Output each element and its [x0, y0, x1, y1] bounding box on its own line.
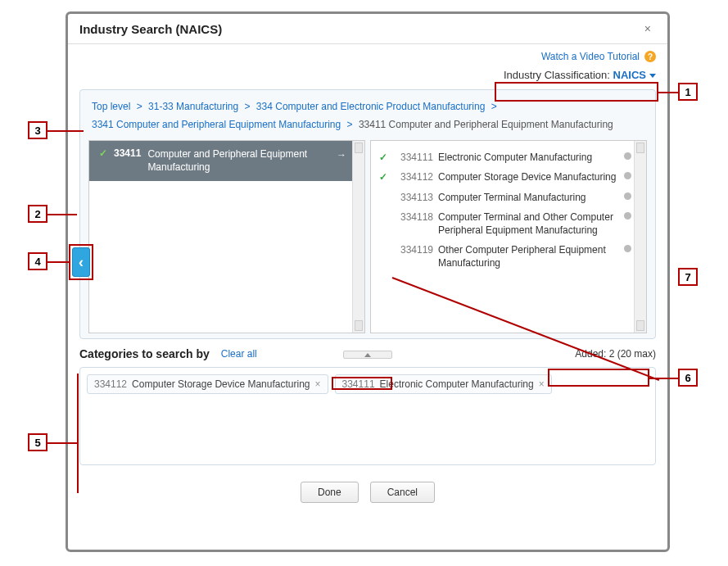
categories-label: Categories to search by [79, 347, 210, 360]
category-code: 334113 [394, 191, 433, 204]
chevron-up-icon [364, 353, 371, 357]
chip-code: 334111 [342, 378, 375, 390]
category-label: Computer and Peripheral Equipment Manufa… [147, 147, 345, 174]
chevron-down-icon [649, 74, 656, 78]
chip-label: Computer Storage Device Manufacturing [132, 378, 310, 390]
breadcrumb: Top level > 31-33 Manufacturing > 334 Co… [88, 98, 647, 140]
category-label: Computer Terminal Manufacturing [438, 191, 631, 204]
dialog-title: Industry Search (NAICS) [79, 22, 222, 36]
back-button[interactable]: ‹ [72, 247, 90, 277]
annotation-number: 5 [28, 433, 47, 451]
done-button[interactable]: Done [301, 482, 359, 503]
chip-label: Electronic Computer Manufacturing [380, 378, 534, 390]
selected-categories-box: 334112 Computer Storage Device Manufactu… [79, 367, 656, 465]
collapse-handle[interactable] [343, 351, 392, 359]
category-label: Other Computer Peripheral Equipment Manu… [438, 243, 631, 269]
category-label: Electronic Computer Manufacturing [438, 151, 631, 164]
cancel-button[interactable]: Cancel [370, 482, 435, 503]
check-icon: ✓ [378, 151, 389, 164]
industry-search-dialog: Industry Search (NAICS) × Watch a Video … [66, 11, 670, 552]
annotation-number: 6 [678, 369, 698, 387]
category-code: 334112 [394, 170, 433, 183]
check-icon: ✓ [99, 147, 107, 159]
category-code: 334118 [394, 211, 433, 224]
breadcrumb-item[interactable]: 3341 Computer and Peripheral Equipment M… [92, 119, 341, 130]
scrollbar[interactable] [634, 141, 646, 333]
breadcrumb-item[interactable]: 31-33 Manufacturing [148, 101, 238, 112]
right-column: ✓334111Electronic Computer Manufacturing… [370, 140, 647, 333]
annotation-number: 4 [28, 252, 47, 270]
category-code: 334111 [394, 151, 433, 164]
annotation-number: 7 [678, 268, 698, 286]
annotation-number: 2 [28, 205, 47, 223]
added-count: Added: 2 (20 max) [575, 348, 656, 360]
breadcrumb-sep: > [137, 101, 142, 112]
category-label: Computer Storage Device Manufacturing [438, 170, 631, 183]
child-category-item[interactable]: ✓334111Electronic Computer Manufacturing [378, 147, 631, 167]
categories-header: Categories to search by Clear all Added:… [68, 339, 667, 364]
classification-value: NAICS [613, 69, 646, 81]
dialog-header: Industry Search (NAICS) × [68, 14, 667, 44]
annotation-number: 3 [28, 121, 47, 139]
breadcrumb-item[interactable]: Top level [92, 101, 130, 112]
annotation-number: 1 [678, 83, 698, 101]
breadcrumb-sep: > [245, 101, 251, 112]
category-code: 33411 [114, 147, 141, 159]
selected-category-chip: 334112 Computer Storage Device Manufactu… [87, 374, 328, 394]
child-category-item[interactable]: ✓334112Computer Storage Device Manufactu… [378, 167, 631, 187]
chip-code: 334112 [94, 378, 127, 390]
industry-classification-dropdown[interactable]: Industry Classification: NAICS [504, 69, 656, 81]
breadcrumb-current: 33411 Computer and Peripheral Equipment … [359, 119, 613, 130]
close-icon[interactable]: × [640, 20, 656, 37]
parent-category-item[interactable]: ✓ 33411 Computer and Peripheral Equipmen… [89, 141, 364, 180]
category-toggle-dot[interactable] [624, 212, 631, 220]
category-label: Computer Terminal and Other Computer Per… [438, 211, 631, 237]
breadcrumb-sep: > [347, 119, 353, 130]
arrow-right-icon: → [337, 149, 346, 161]
remove-chip-icon[interactable]: × [539, 378, 545, 390]
classification-label: Industry Classification: [504, 69, 613, 81]
scrollbar[interactable] [352, 141, 364, 333]
child-category-item[interactable]: 334118Computer Terminal and Other Comput… [378, 207, 631, 240]
category-toggle-dot[interactable] [624, 192, 631, 200]
chevron-left-icon: ‹ [79, 254, 84, 271]
check-icon: ✓ [378, 170, 389, 183]
classification-row: Industry Classification: NAICS [68, 66, 667, 89]
category-columns: ✓ 33411 Computer and Peripheral Equipmen… [88, 140, 647, 333]
watch-tutorial-link[interactable]: Watch a Video Tutorial [541, 51, 640, 62]
breadcrumb-item[interactable]: 334 Computer and Electronic Product Manu… [256, 101, 486, 112]
remove-chip-icon[interactable]: × [315, 378, 321, 390]
browser-panel: Top level > 31-33 Manufacturing > 334 Co… [79, 89, 656, 339]
topbar: Watch a Video Tutorial ? [68, 44, 667, 66]
breadcrumb-sep: > [491, 101, 497, 112]
help-icon[interactable]: ? [644, 51, 656, 62]
dialog-footer: Done Cancel [68, 477, 667, 513]
clear-all-link[interactable]: Clear all [221, 348, 257, 360]
child-category-item[interactable]: 334113Computer Terminal Manufacturing [378, 188, 631, 207]
left-column: ✓ 33411 Computer and Peripheral Equipmen… [88, 140, 365, 333]
category-code: 334119 [394, 243, 433, 256]
child-category-list: ✓334111Electronic Computer Manufacturing… [371, 141, 646, 279]
child-category-item[interactable]: 334119Other Computer Peripheral Equipmen… [378, 240, 631, 273]
selected-category-chip: 334111 Electronic Computer Manufacturing… [335, 374, 552, 394]
